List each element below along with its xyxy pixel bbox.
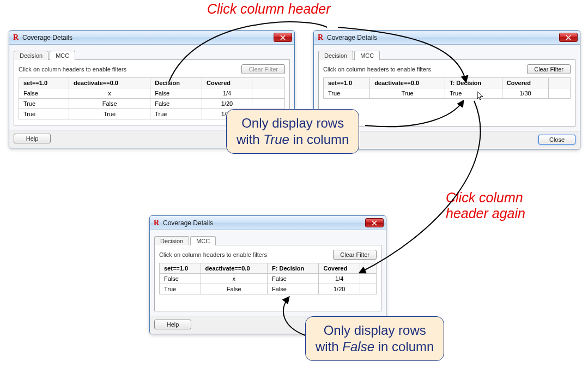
col-covered[interactable]: Covered [202,78,252,88]
filter-hint: Click on column headers to enable filter… [323,66,431,73]
cell: False [69,99,150,109]
table-row: True True True 1/30 [324,88,571,99]
filter-hint: Click on column headers to enable filter… [159,251,267,258]
cell: x [201,274,267,284]
col-covered[interactable]: Covered [502,78,548,88]
cell: True [150,109,202,119]
cell: x [69,88,150,99]
col-covered[interactable]: Covered [319,263,360,274]
tab-decision[interactable]: Decision [14,51,49,60]
tab-decision[interactable]: Decision [318,51,353,60]
tab-mcc[interactable]: MCC [354,51,380,60]
col-tail [252,78,285,88]
app-r-icon: R [11,33,20,42]
balloon-false-filter: Only display rows with False in column [305,316,444,361]
balloon-line: Only display rows [316,322,434,339]
col-set[interactable]: set==1.0 [160,263,201,274]
cell: True [324,88,370,99]
cell: True [69,109,150,119]
tab-content: Click on column headers to enable filter… [154,245,381,311]
app-r-icon: R [316,33,325,42]
cell [360,284,377,294]
cell [360,274,377,284]
cell: True [19,99,69,109]
col-tail [360,263,377,274]
balloon-line: with False in column [316,339,434,355]
window-title: Coverage Details [327,34,559,41]
table-row: False x False 1/4 [19,88,285,99]
cell: False [150,99,202,109]
tab-decision[interactable]: Decision [154,236,189,245]
help-button[interactable]: Help [14,134,51,143]
filter-hint: Click on column headers to enable filter… [19,66,126,73]
cell [252,99,285,109]
titlebar: R Coverage Details [9,31,294,45]
balloon-true-filter: Only display rows with True in column [226,109,359,154]
dialog-body: Decision MCC Click on column headers to … [150,230,386,316]
close-button[interactable]: Close [538,135,575,145]
app-r-icon: R [152,219,161,227]
clear-filter-button[interactable]: Clear Filter [527,64,571,74]
tabs: Decision MCC [14,48,290,60]
window-title: Coverage Details [163,219,365,227]
cell: 1/4 [319,274,360,284]
cell: False [201,284,267,294]
cell: 1/20 [319,284,360,294]
coverage-table: set==1.0 deactivate==0.0 T: Decision Cov… [323,77,571,99]
titlebar: R Coverage Details [314,31,580,45]
cell: False [19,88,69,99]
col-decision[interactable]: T: Decision [445,78,502,88]
clear-filter-button[interactable]: Clear Filter [333,250,377,260]
balloon-line: Only display rows [237,115,349,131]
annotation-click-header: Click column header [207,1,331,17]
balloon-line: with True in column [237,131,349,148]
col-deactivate[interactable]: deactivate==0.0 [69,78,150,88]
close-icon[interactable] [274,33,292,42]
col-deactivate[interactable]: deactivate==0.0 [370,78,445,88]
col-decision[interactable]: Decision [150,78,202,88]
cell: False [268,274,319,284]
table-row: False x False 1/4 [160,274,377,284]
col-set[interactable]: set==1.0 [324,78,370,88]
cell: True [370,88,445,99]
cell [549,88,571,99]
tab-mcc[interactable]: MCC [190,236,216,245]
cell: True [445,88,502,99]
table-row: True False False 1/20 [19,99,285,109]
titlebar: R Coverage Details [150,216,386,230]
cell: 1/20 [202,99,252,109]
cell: True [160,284,201,294]
clear-filter-button[interactable]: Clear Filter [241,64,285,74]
cell: 1/30 [502,88,548,99]
col-deactivate[interactable]: deactivate==0.0 [201,263,267,274]
window-title: Coverage Details [22,34,274,41]
coverage-table: set==1.0 deactivate==0.0 F: Decision Cov… [159,263,377,294]
cell: 1/4 [202,88,252,99]
cell [252,88,285,99]
col-tail [549,78,571,88]
cell: True [19,109,69,119]
help-button[interactable]: Help [154,320,191,329]
tabs: Decision MCC [154,233,381,245]
tab-mcc[interactable]: MCC [50,51,75,60]
close-icon[interactable] [559,33,578,42]
cursor-icon [477,91,484,101]
close-icon[interactable] [365,218,384,227]
col-set[interactable]: set==1.0 [19,78,69,88]
cell: False [160,274,201,284]
tabs: Decision MCC [318,48,575,60]
cell: False [150,88,202,99]
annotation-click-header-again: Click column header again [446,190,525,221]
cell: False [268,284,319,294]
table-row: True False False 1/20 [160,284,377,294]
col-decision[interactable]: F: Decision [268,263,319,274]
